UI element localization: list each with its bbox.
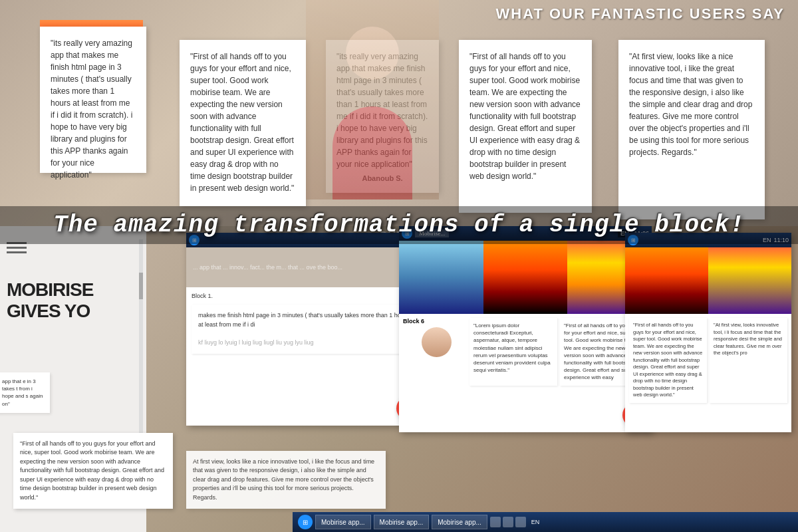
testimonial-card-4: "First of all hands off to you guys for … (459, 40, 592, 213)
panel2-cards-row: "Lorem ipsum dolor consecteturadi Except… (469, 318, 648, 386)
scrollbar-thumb (139, 273, 143, 299)
start-icon: ⊞ (303, 519, 308, 526)
testimonial-card-5: "At first view, looks like a nice innova… (618, 40, 765, 219)
panel1-content: Block 1. makes me finish html page in 3 … (186, 287, 426, 364)
partial-card-left: app that e in 3 takes t from i hope and … (0, 372, 50, 413)
main-taskbar: ⊞ Mobirise app... Mobirise app... Mobiri… (293, 512, 798, 532)
taskbar-icon-3 (515, 517, 526, 527)
taskbar-start-button[interactable]: ⊞ (298, 515, 313, 529)
taskbar-icon-1 (490, 517, 501, 527)
panel2-sunset-img (483, 241, 568, 314)
top-header: WHAT OUR FANTASTIC USERS SAY (495, 5, 785, 23)
panel3-images-row (625, 247, 791, 314)
panel3-card-left: "First of all hands off to you guys for … (629, 318, 707, 403)
testimonial-text-5: "At first view, looks like a nice innova… (629, 52, 752, 157)
panel3-card-right: "At first view, looks innovative tool, i… (710, 318, 787, 403)
panel2-content: Block 6 "Lorem ipsum dolor consecteturad… (399, 314, 652, 390)
big-title: The amazing transformations of a single … (0, 206, 798, 244)
testimonial-card-2: "First of all hands off to you guys for … (180, 40, 306, 206)
screenshot-panel-3: ⊞ EN 11:10 "First of all hands off to yo… (625, 233, 791, 432)
testimonial-card-1: "its really very amazing app that makes … (40, 27, 146, 173)
top-portrait (306, 0, 439, 200)
panel2-left-text: "Lorem ipsum dolor consecteturadi Except… (473, 323, 551, 373)
panel2-block-area: Block 6 (403, 318, 469, 386)
bottom-center-card: At first view, looks like a nice innovat… (186, 451, 386, 509)
panel1-header-text: ... app that ... innov... fact... the m.… (193, 264, 342, 271)
testimonial-text-4: "First of all hands off to you guys for … (469, 52, 581, 181)
screenshot-panel-1: ⊞ 11:05 ... app that ... innov... fact..… (186, 233, 426, 426)
panel2-avatar-face (422, 327, 452, 357)
testimonial-text-2: "First of all hands off to you guys for … (190, 52, 294, 193)
bottom-left-testimonial-card: "First of all hands off to you guys for … (13, 433, 173, 509)
panel3-right-text: "At first view, looks innovative tool, i… (714, 322, 782, 356)
taskbar-lang: EN (531, 519, 540, 525)
taskbar-app-2[interactable]: Mobirise app... (374, 515, 430, 529)
panel1-header-area: ... app that ... innov... fact... the m.… (186, 247, 426, 287)
mobirise-text: MOBIRISE GIVES YO (7, 279, 146, 322)
panel1-inner-card: makes me finish html page in 3 minutes (… (192, 305, 420, 354)
panel3-cards: "First of all hands off to you guys for … (625, 314, 791, 407)
panel2-block-label: Block 6 (403, 318, 469, 325)
partial-card-text: app that e in 3 takes t from i hope and … (2, 378, 43, 407)
bottom-left-card-text: "First of all hands off to you guys for … (20, 440, 164, 501)
portrait-body (332, 106, 412, 200)
panel1-extra-text: kf liuyg lo lyuig l luig liug liugl liu … (198, 339, 314, 346)
taskbar-app-3[interactable]: Mobirise app... (432, 515, 487, 529)
taskbar-app-1[interactable]: Mobirise app... (315, 515, 371, 529)
panel1-block-label: Block 1. (192, 293, 420, 299)
top-section: WHAT OUR FANTASTIC USERS SAY "its really… (0, 0, 798, 226)
panel1-inner-text: makes me finish html page in 3 minutes (… (198, 312, 409, 328)
testimonial-text-1: "its really very amazing app that makes … (51, 39, 132, 180)
panel2-images-row (399, 241, 652, 314)
taskbar-system-icons (490, 517, 526, 527)
panel3-img2 (708, 247, 791, 314)
panel2-sky-img (399, 241, 483, 314)
taskbar-icon-2 (503, 517, 513, 527)
panel2-left-card: "Lorem ipsum dolor consecteturadi Except… (469, 318, 557, 386)
panel2-avatar (422, 327, 452, 357)
bottom-cards-area: OUR FANTASTIC USERS SAY Shape your futur… (146, 226, 798, 532)
bottom-center-text: At first view, looks like a nice innovat… (193, 458, 374, 501)
bottom-section: MOBIRISE GIVES YO app that e in 3 takes … (0, 226, 798, 532)
screenshot-panel-2: ⊞ Mobirise... EN 11:06 Block 6 (399, 226, 652, 432)
portrait-head (346, 27, 399, 80)
panel3-left-text: "First of all hands off to you guys for … (633, 322, 702, 398)
panel3-img1 (625, 247, 708, 314)
